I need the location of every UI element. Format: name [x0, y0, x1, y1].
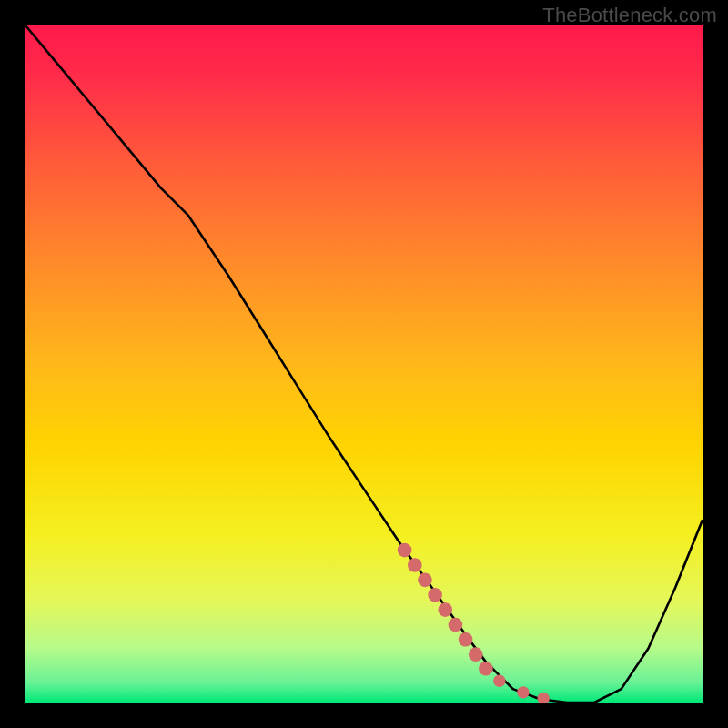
svg-point-7 [469, 647, 483, 662]
svg-point-2 [418, 573, 432, 588]
svg-point-8 [479, 662, 493, 676]
svg-point-6 [459, 632, 473, 647]
svg-point-3 [428, 588, 442, 602]
watermark-text: TheBottleneck.com [542, 4, 717, 27]
svg-point-9 [493, 674, 505, 686]
svg-point-0 [398, 543, 412, 558]
svg-point-10 [517, 686, 529, 698]
svg-point-5 [449, 618, 463, 632]
chart-frame: TheBottleneck.com [0, 0, 728, 728]
svg-point-4 [438, 602, 452, 617]
svg-point-1 [408, 558, 422, 572]
gradient-background [25, 25, 703, 703]
bottleneck-chart [25, 25, 703, 703]
